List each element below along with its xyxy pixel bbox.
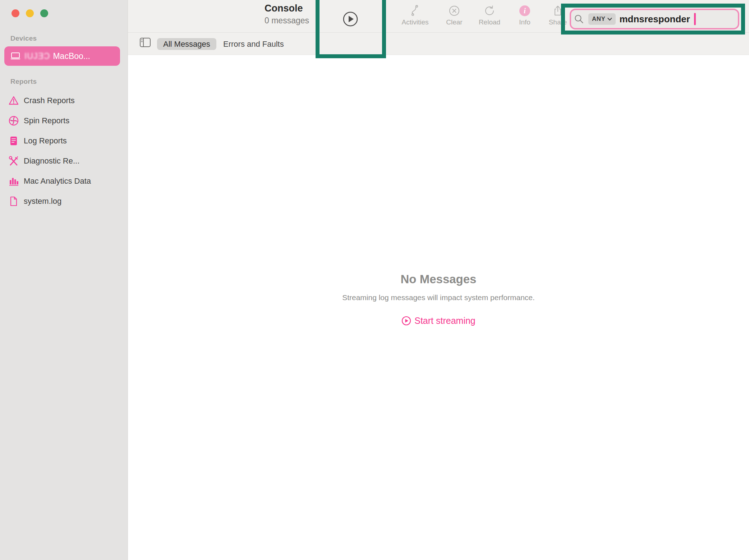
- blank-document-icon: [8, 196, 19, 207]
- message-area: No Messages Streaming log messages will …: [128, 55, 749, 560]
- play-circle-icon: [342, 11, 359, 27]
- console-window: Devices IUJƎƆ MacBoo... Reports: [0, 0, 749, 560]
- start-streaming-link[interactable]: Start streaming: [128, 316, 749, 326]
- sidebar-item-device-macbook[interactable]: IUJƎƆ MacBoo...: [4, 46, 120, 66]
- search-icon: [574, 14, 584, 24]
- reports-section-header: Reports: [10, 78, 37, 86]
- pinwheel-icon: [8, 115, 19, 127]
- sidebar-item-label: system.log: [24, 197, 61, 206]
- text-cursor: [694, 13, 696, 25]
- wrench-screwdriver-icon: [8, 155, 19, 167]
- clear-button[interactable]: Clear: [436, 4, 472, 26]
- clear-circle-x-icon: [436, 4, 472, 17]
- sidebar-item-spin-reports[interactable]: Spin Reports: [0, 111, 128, 131]
- close-window-button[interactable]: [12, 9, 19, 17]
- clear-label: Clear: [436, 18, 472, 26]
- play-circle-icon: [401, 316, 411, 326]
- info-icon: i: [507, 4, 543, 17]
- sidebar-item-system-log[interactable]: system.log: [0, 191, 128, 211]
- sidebar-item-label: Mac Analytics Data: [24, 176, 91, 186]
- message-count: 0 messages: [265, 16, 309, 26]
- activities-button[interactable]: Activities: [397, 4, 433, 26]
- sidebar-item-crash-reports[interactable]: Crash Reports: [0, 91, 128, 111]
- reload-icon: [472, 4, 507, 17]
- sidebar-item-label: Crash Reports: [24, 96, 75, 105]
- search-scope-token[interactable]: ANY: [588, 13, 616, 25]
- sidebar-item-label: Log Reports: [24, 136, 67, 146]
- device-name-obscured: IUJƎƆ: [24, 51, 50, 61]
- minimize-window-button[interactable]: [26, 9, 34, 17]
- sidebar-toggle-icon[interactable]: [139, 37, 151, 48]
- search-field[interactable]: ANY: [570, 9, 739, 29]
- empty-state-title: No Messages: [128, 272, 749, 286]
- document-lines-icon: [8, 135, 19, 147]
- zoom-window-button[interactable]: [40, 9, 48, 17]
- page-title: Console: [265, 3, 309, 14]
- info-label: Info: [507, 18, 543, 26]
- sidebar-item-mac-analytics-data[interactable]: Mac Analytics Data: [0, 171, 128, 191]
- warning-triangle-icon: [8, 95, 19, 106]
- devices-section-header: Devices: [10, 35, 37, 42]
- activities-route-icon: [397, 4, 433, 17]
- sidebar-item-log-reports[interactable]: Log Reports: [0, 131, 128, 151]
- empty-state-subtitle: Streaming log messages will impact syste…: [128, 293, 749, 302]
- reload-label: Reload: [472, 18, 507, 26]
- info-button[interactable]: i Info: [507, 4, 543, 26]
- search-input[interactable]: [619, 14, 694, 25]
- sidebar-item-diagnostic-reports[interactable]: Diagnostic Re...: [0, 151, 128, 171]
- chevron-down-icon: [607, 18, 612, 21]
- device-name: MacBoo...: [53, 51, 90, 61]
- sidebar-item-label: Spin Reports: [24, 116, 69, 125]
- bar-chart-icon: [8, 175, 19, 187]
- tab-all-messages[interactable]: All Messages: [157, 38, 216, 50]
- activities-label: Activities: [397, 18, 433, 26]
- sidebar-item-label: Diagnostic Re...: [24, 156, 79, 166]
- laptop-icon: [10, 52, 21, 60]
- title-block: Console 0 messages: [265, 3, 309, 26]
- reload-button[interactable]: Reload: [472, 4, 507, 26]
- sidebar: Devices IUJƎƆ MacBoo... Reports: [0, 0, 128, 560]
- reports-list: Crash Reports Spin Reports: [0, 91, 128, 211]
- message-filter-bar: All Messages Errors and Faults: [128, 33, 749, 55]
- start-streaming-label: Start streaming: [414, 316, 475, 326]
- search-scope-label: ANY: [592, 15, 605, 23]
- tab-errors-and-faults[interactable]: Errors and Faults: [223, 38, 284, 50]
